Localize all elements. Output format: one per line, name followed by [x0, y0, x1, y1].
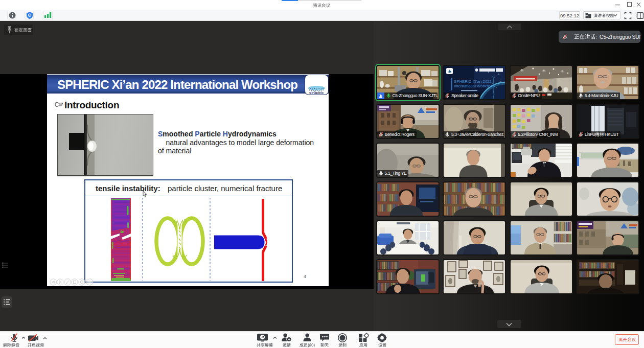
svg-text:SPHERIC Xi’an 2022: SPHERIC Xi’an 2022: [454, 79, 492, 84]
svg-text:International Workshop: International Workshop: [454, 84, 495, 88]
svg-text:SPHERIC: SPHERIC: [309, 91, 324, 95]
